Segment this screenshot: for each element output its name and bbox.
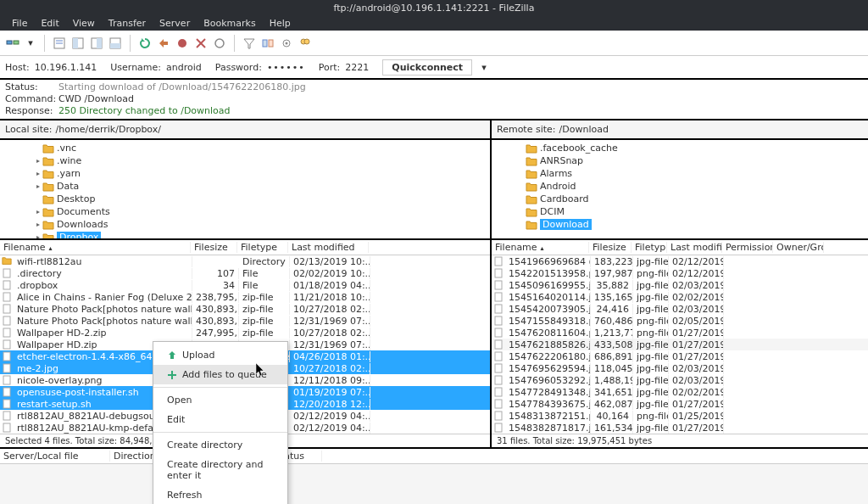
- tree-item[interactable]: Desktop: [0, 193, 490, 205]
- togglelocal-icon[interactable]: [70, 36, 86, 51]
- file-row[interactable]: 1545420073905.jpg24,416jpg-file02/03/201…: [492, 303, 868, 315]
- file-row[interactable]: .directory107File02/02/2019 10:...: [0, 267, 490, 279]
- tree-item[interactable]: DCIM: [492, 205, 868, 218]
- file-row[interactable]: wifi-rtl8812auDirectory02/13/2019 10:...: [0, 255, 490, 267]
- column-header[interactable]: Filename▴: [0, 242, 191, 253]
- menu-view[interactable]: View: [66, 18, 102, 29]
- contextmenu-refresh[interactable]: Refresh: [153, 485, 287, 504]
- tree-item[interactable]: ▸Data: [0, 180, 490, 193]
- quickconnect-button[interactable]: Quickconnect: [382, 59, 472, 76]
- file-row[interactable]: 1547696053292.jpg1,488,196jpg-file02/03/…: [492, 374, 868, 386]
- column-header[interactable]: Filesize: [191, 242, 237, 253]
- local-site-path[interactable]: /home/derrik/Dropbox/: [56, 124, 161, 135]
- tree-item[interactable]: Android: [492, 180, 868, 193]
- file-row[interactable]: 1545096169955.jpg35,882jpg-file02/03/201…: [492, 279, 868, 291]
- port-value[interactable]: 2221: [345, 62, 369, 73]
- file-row[interactable]: Wallpaper HD-2.zip247,995,...zip-file10/…: [0, 327, 490, 339]
- tree-item[interactable]: Download: [492, 218, 868, 231]
- column-header[interactable]: Permission: [722, 242, 773, 253]
- compare-icon[interactable]: [260, 36, 275, 51]
- password-value[interactable]: ••••••: [267, 62, 305, 73]
- queue-column-header[interactable]: Server/Local file: [0, 451, 110, 462]
- tree-item[interactable]: ▸.wine: [0, 154, 490, 167]
- sitemanager-dropdown[interactable]: ▾: [24, 37, 37, 48]
- filter-icon[interactable]: [242, 36, 257, 51]
- file-row[interactable]: Nature Photo Pack[photos nature wallpape…: [0, 303, 490, 315]
- svg-rect-51: [168, 374, 176, 376]
- tree-caret[interactable]: ▸: [34, 221, 42, 228]
- column-header[interactable]: Last modified: [288, 242, 369, 253]
- svg-rect-33: [3, 412, 10, 420]
- contextmenu-edit[interactable]: Edit: [153, 410, 287, 429]
- file-row[interactable]: 1547155849318.png760,486png-file02/05/20…: [492, 315, 868, 327]
- column-header[interactable]: Last modified: [667, 242, 722, 253]
- file-row[interactable]: 1547728491348.jpg341,651jpg-file02/02/20…: [492, 386, 868, 398]
- column-header[interactable]: Owner/Grou...: [773, 242, 824, 253]
- file-row[interactable]: .dropbox34File01/18/2019 04:...: [0, 279, 490, 291]
- tree-item[interactable]: ▸Dropbox: [0, 231, 490, 240]
- togglequeue-icon[interactable]: [108, 36, 123, 51]
- file-row[interactable]: 1547784393675.jpg462,087jpg-file01/27/20…: [492, 398, 868, 410]
- tree-caret[interactable]: ▸: [34, 170, 42, 177]
- contextmenu-upload[interactable]: Upload: [153, 345, 287, 365]
- refresh-icon[interactable]: [137, 36, 153, 51]
- log-message: 250 Directory changed to /Download: [58, 105, 231, 117]
- togglelog-icon[interactable]: [52, 36, 67, 51]
- contextmenu-create-directory[interactable]: Create directory: [153, 435, 287, 455]
- menu-help[interactable]: Help: [263, 18, 298, 29]
- tree-item[interactable]: ▸.yarn: [0, 167, 490, 180]
- sync-icon[interactable]: [279, 36, 294, 51]
- contextmenu-create-directory-and-enter-it[interactable]: Create directory and enter it: [153, 455, 287, 485]
- disconnect-icon[interactable]: [193, 36, 209, 51]
- file-row[interactable]: 1548382871817.jpg161,534jpg-file01/27/20…: [492, 422, 868, 434]
- message-log[interactable]: Status:Starting download of /Download/15…: [0, 80, 868, 120]
- tree-item[interactable]: Alarms: [492, 167, 868, 180]
- tree-caret[interactable]: ▸: [34, 208, 42, 216]
- tree-caret[interactable]: ▸: [34, 157, 42, 165]
- file-row[interactable]: 1542201513958.png197,987png-file02/12/20…: [492, 267, 868, 279]
- file-row[interactable]: 1545164020114.jpg135,165jpg-file02/02/20…: [492, 291, 868, 303]
- sitemanager-icon[interactable]: [5, 36, 20, 51]
- cancel-icon[interactable]: [175, 36, 190, 51]
- file-row[interactable]: 1541966969684 (1).jpg183,223jpg-file02/1…: [492, 255, 868, 267]
- username-value[interactable]: android: [166, 62, 202, 73]
- quickconnect-dropdown[interactable]: ▾: [477, 62, 491, 73]
- column-header[interactable]: Filename▴: [492, 242, 589, 253]
- remote-tree[interactable]: .facebook_cacheANRSnapAlarmsAndroidCardb…: [492, 140, 868, 240]
- file-row[interactable]: Alice in Chains - Ranier Fog (Deluxe 2CD…: [0, 291, 490, 303]
- tree-item[interactable]: ANRSnap: [492, 154, 868, 167]
- host-value[interactable]: 10.196.1.141: [35, 62, 97, 73]
- reconnect-icon[interactable]: [212, 36, 227, 51]
- contextmenu-add-files-to-queue[interactable]: Add files to queue: [153, 365, 287, 384]
- toggleremote-icon[interactable]: [89, 36, 104, 51]
- file-row[interactable]: 1547621885826.jpg433,508jpg-file01/27/20…: [492, 339, 868, 350]
- remote-file-list[interactable]: 1541966969684 (1).jpg183,223jpg-file02/1…: [492, 255, 868, 434]
- processqueue-icon[interactable]: [156, 36, 171, 51]
- menu-edit[interactable]: Edit: [34, 18, 65, 29]
- file-row[interactable]: 1547622206180.jpg686,891jpg-file01/27/20…: [492, 350, 868, 362]
- tree-item-label: Downloads: [57, 219, 108, 230]
- tree-caret[interactable]: ▸: [34, 233, 42, 240]
- column-header[interactable]: Filetype: [632, 242, 667, 253]
- tree-caret[interactable]: ▸: [34, 182, 42, 190]
- file-row[interactable]: 1547620811604.png1,213,770png-file01/27/…: [492, 327, 868, 339]
- search-icon[interactable]: [298, 36, 313, 51]
- menu-server[interactable]: Server: [153, 18, 197, 29]
- contextmenu-open[interactable]: Open: [153, 390, 287, 410]
- tree-item[interactable]: .facebook_cache: [492, 142, 868, 154]
- column-header[interactable]: Filesize: [589, 242, 632, 253]
- menu-bookmarks[interactable]: Bookmarks: [197, 18, 262, 29]
- file-row[interactable]: 1547695629594.jpg118,045jpg-file02/03/20…: [492, 362, 868, 374]
- tree-item[interactable]: ▸Downloads: [0, 218, 490, 231]
- folder-icon: [42, 207, 54, 217]
- tree-item[interactable]: .vnc: [0, 142, 490, 154]
- file-row[interactable]: Nature Photo Pack[photos nature wallpape…: [0, 315, 490, 327]
- column-header[interactable]: Filetype: [237, 242, 288, 253]
- file-row[interactable]: 1548313872151.png40,164png-file01/25/201…: [492, 410, 868, 422]
- menu-transfer[interactable]: Transfer: [102, 18, 153, 29]
- remote-site-path[interactable]: /Download: [559, 124, 609, 135]
- tree-item[interactable]: ▸Documents: [0, 205, 490, 218]
- tree-item[interactable]: Cardboard: [492, 193, 868, 205]
- local-tree[interactable]: .vnc▸.wine▸.yarn▸DataDesktop▸Documents▸D…: [0, 140, 490, 240]
- menu-file[interactable]: File: [5, 18, 34, 29]
